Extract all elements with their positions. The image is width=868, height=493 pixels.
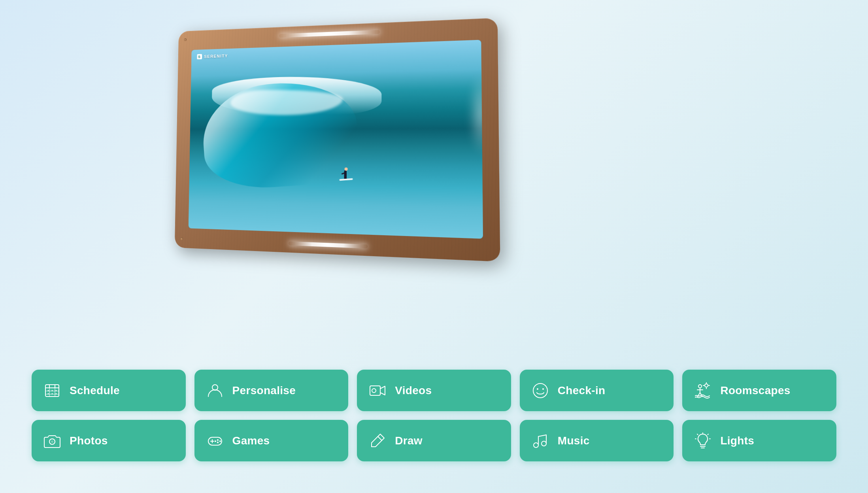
serenity-logo-icon bbox=[197, 54, 202, 60]
svg-point-16 bbox=[372, 389, 376, 393]
menu-grid: Schedule Personalise Videos bbox=[32, 370, 836, 461]
roomscapes-label: Roomscapes bbox=[720, 384, 790, 397]
svg-point-25 bbox=[698, 385, 702, 388]
svg-point-31 bbox=[51, 440, 53, 443]
draw-button[interactable]: Draw bbox=[357, 420, 511, 461]
svg-point-35 bbox=[217, 439, 219, 441]
screen-glow bbox=[468, 72, 483, 156]
screw-top-left bbox=[184, 38, 187, 41]
draw-icon bbox=[368, 431, 387, 450]
photos-icon bbox=[43, 431, 62, 450]
svg-point-17 bbox=[533, 383, 547, 398]
svg-line-39 bbox=[378, 436, 382, 440]
personalise-button[interactable]: Personalise bbox=[194, 370, 349, 411]
svg-line-47 bbox=[697, 434, 698, 435]
schedule-button[interactable]: Schedule bbox=[32, 370, 186, 411]
svg-point-18 bbox=[537, 388, 538, 390]
lights-label: Lights bbox=[720, 434, 754, 447]
svg-point-37 bbox=[217, 442, 219, 443]
schedule-label: Schedule bbox=[70, 384, 120, 397]
light-bar-top bbox=[279, 30, 380, 38]
personalise-icon bbox=[206, 381, 225, 400]
draw-label: Draw bbox=[395, 434, 423, 447]
surfer bbox=[343, 166, 350, 180]
music-label: Music bbox=[558, 434, 590, 447]
device-frame-wrapper: SERENITY bbox=[166, 24, 490, 253]
videos-icon bbox=[368, 381, 387, 400]
games-button[interactable]: Games bbox=[194, 420, 349, 461]
roomscapes-icon bbox=[693, 381, 712, 400]
surfer-body bbox=[344, 170, 347, 179]
svg-point-38 bbox=[215, 440, 216, 442]
surfer-head bbox=[345, 167, 348, 170]
videos-button[interactable]: Videos bbox=[357, 370, 511, 411]
screen: SERENITY bbox=[189, 40, 483, 239]
photos-label: Photos bbox=[70, 434, 108, 447]
svg-point-36 bbox=[219, 440, 221, 442]
svg-point-40 bbox=[534, 443, 538, 448]
svg-point-41 bbox=[542, 441, 546, 446]
checkin-label: Check-in bbox=[558, 384, 606, 397]
serenity-logo: SERENITY bbox=[197, 53, 228, 59]
serenity-logo-text: SERENITY bbox=[204, 53, 228, 59]
lights-icon bbox=[693, 431, 712, 450]
games-icon bbox=[206, 431, 225, 450]
checkin-button[interactable]: Check-in bbox=[520, 370, 674, 411]
music-button[interactable]: Music bbox=[520, 420, 674, 461]
light-bar-bottom bbox=[289, 242, 368, 249]
photos-button[interactable]: Photos bbox=[32, 420, 186, 461]
videos-label: Videos bbox=[395, 384, 432, 397]
games-label: Games bbox=[232, 434, 270, 447]
device-frame: SERENITY bbox=[175, 18, 500, 262]
screen-background: SERENITY bbox=[189, 40, 483, 239]
screw-bottom-left bbox=[180, 238, 183, 240]
wave-shape bbox=[189, 79, 483, 219]
svg-rect-15 bbox=[370, 386, 380, 395]
personalise-label: Personalise bbox=[232, 384, 296, 397]
svg-point-19 bbox=[542, 388, 544, 390]
schedule-icon bbox=[43, 381, 62, 400]
checkin-icon bbox=[531, 381, 550, 400]
roomscapes-button[interactable]: Roomscapes bbox=[682, 370, 836, 411]
music-icon bbox=[531, 431, 550, 450]
lights-button[interactable]: Lights bbox=[682, 420, 836, 461]
svg-line-45 bbox=[708, 434, 709, 435]
svg-point-14 bbox=[212, 385, 218, 390]
svg-point-20 bbox=[705, 384, 708, 387]
